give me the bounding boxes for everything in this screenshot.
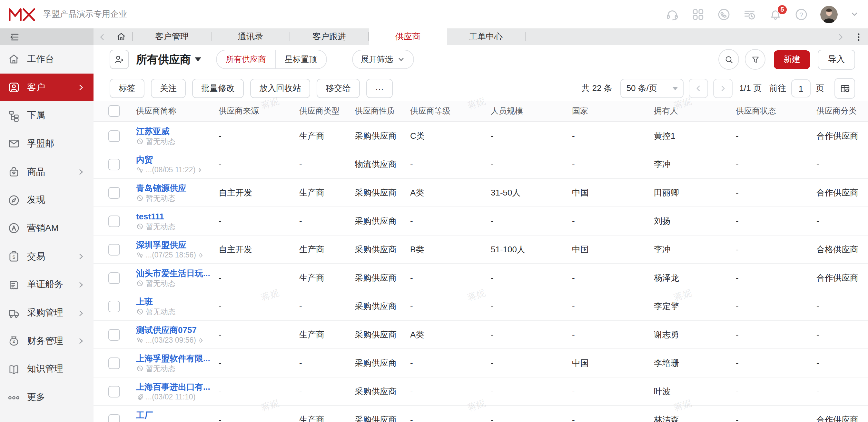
supplier-name-link[interactable]: 工厂 [136,410,215,420]
tabs-more-icon[interactable] [849,28,868,45]
table-row[interactable]: 工厂 暂无动态 - 生产商 采购供应商 - - - 林洁森 - 合作供应商 20 [94,406,868,422]
support-headset-icon[interactable] [665,7,679,21]
column-header-status[interactable]: 供应商状态 [736,106,816,117]
sidebar-item[interactable]: 下属 [0,102,94,130]
sidebar-item[interactable]: 商品 [0,158,94,186]
sidebar-item[interactable]: 更多 [0,384,94,412]
sidebar-item[interactable]: 知识管理 [0,355,94,383]
column-header-source[interactable]: 供应商来源 [219,106,299,117]
action-button[interactable]: 放入回收站 [250,79,310,98]
prev-page-button[interactable] [689,79,708,98]
action-button[interactable]: 移交给 [317,79,360,98]
cell-country: - [572,216,654,226]
column-header-owner[interactable]: 拥有人 [654,106,736,117]
row-checkbox[interactable] [108,357,120,369]
search-icon[interactable] [718,49,739,70]
apps-grid-icon[interactable] [691,7,705,21]
sidebar-item[interactable]: 工作台 [0,45,94,73]
svg-text:$: $ [12,254,16,260]
supplier-name-link[interactable]: test111 [136,211,215,221]
table-row[interactable]: 内贸 ...(08/05 11:22) - - 物流供应商 - - - 李冲 -… [94,150,868,179]
supplier-name-link[interactable]: 上海百事进出口有... [136,382,215,391]
sidebar-item[interactable]: 孚盟邮 [0,130,94,158]
table-row[interactable]: test111 暂无动态 - - 采购供应商 - - - 刘扬 - - 20 [94,207,868,236]
user-menu-caret-icon[interactable] [850,10,859,19]
next-page-button[interactable] [714,79,733,98]
row-checkbox[interactable] [108,187,120,199]
column-settings-icon[interactable] [834,78,855,99]
sidebar-item[interactable]: 发现 [0,186,94,214]
table-row[interactable]: 江苏亚威 暂无动态 - 生产商 采购供应商 C类 - - 黄控1 - 合作供应商… [94,122,868,150]
goto-page-input[interactable] [791,79,811,97]
row-checkbox[interactable] [108,244,120,255]
tab-item[interactable]: 通讯录 [212,28,289,45]
tab-item[interactable]: 客户跟进 [290,28,368,45]
row-checkbox[interactable] [108,272,120,283]
chevron-right-icon [78,169,85,176]
cell-owner: 叶波 [654,386,736,397]
sidebar-item[interactable]: $交易 [0,243,94,271]
supplier-name-link[interactable]: 青岛锦源供应 [136,183,215,192]
supplier-name-link[interactable]: 汕头市爱生活日玩... [136,268,215,278]
column-header-nature[interactable]: 供应商性质 [355,106,410,117]
supplier-name-link[interactable]: 测试供应商0757 [136,325,215,335]
history-icon[interactable] [743,7,756,21]
home-tab[interactable] [110,28,132,45]
supplier-name-link[interactable]: 内贸 [136,154,215,164]
row-checkbox[interactable] [108,386,120,397]
collapse-sidebar-icon[interactable] [9,31,20,42]
action-button[interactable]: 批量修改 [192,79,244,98]
sidebar-item[interactable]: 单证船务 [0,271,94,299]
table-row[interactable]: 测试供应商0757 ...(03/23 09:56) - 生产商 采购供应商 A… [94,321,868,349]
sidebar-item[interactable]: 采购管理 [0,299,94,327]
view-switch-icon[interactable] [110,50,129,69]
tab-item[interactable]: 供应商 [369,28,447,45]
filter-funnel-icon[interactable] [745,49,766,70]
user-avatar[interactable] [820,5,838,23]
select-all-checkbox[interactable] [108,105,120,117]
table-row[interactable]: 上班 暂无动态 - - 采购供应商 - - - 李定擎 - - 20 [94,292,868,321]
call-icon[interactable] [717,7,731,21]
cell-nature: 采购供应商 [355,329,410,340]
column-header-grade[interactable]: 供应商等级 [410,106,491,117]
action-button[interactable]: 关注 [151,79,186,98]
table-row[interactable]: 汕头市爱生活日玩... 暂无动态 - 生产商 采购供应商 - - - 杨泽龙 -… [94,264,868,292]
table-row[interactable]: 上海孚盟软件有限... 暂无动态 - - 采购供应商 - - 中国 李培珊 - … [94,349,868,378]
column-header-category[interactable]: 供应商分类 [816,106,868,117]
row-checkbox[interactable] [108,130,120,142]
tabs-scroll-left-icon[interactable] [94,28,110,45]
sidebar-item[interactable]: ¥财务管理 [0,327,94,355]
action-button[interactable]: ··· [366,79,393,98]
action-button[interactable]: 标签 [110,79,145,98]
page-size-select[interactable]: 50 条/页 [621,79,684,98]
table-row[interactable]: 深圳孚盟供应 ...(07/25 18:56) 自主开发 生产商 采购供应商 B… [94,236,868,264]
supplier-name-link[interactable]: 上海孚盟软件有限... [136,353,215,363]
table-row[interactable]: 青岛锦源供应 暂无动态 自主开发 生产商 采购供应商 A类 31-50人 中国 … [94,179,868,207]
view-title[interactable]: 所有供应商 [136,52,201,67]
table-row[interactable]: 上海百事进出口有... ...(03/02 11:10) - - 采购供应商 -… [94,378,868,406]
row-checkbox[interactable] [108,300,120,312]
supplier-name-link[interactable]: 上班 [136,297,215,306]
row-checkbox[interactable] [108,414,120,422]
supplier-name-link[interactable]: 深圳孚盟供应 [136,240,215,249]
column-header-name[interactable]: 供应商简称 [136,106,219,117]
tabs-scroll-right-icon[interactable] [832,28,849,45]
expand-filter-button[interactable]: 展开筛选 [352,50,414,69]
tab-item[interactable]: 工单中心 [447,28,525,45]
row-checkbox[interactable] [108,158,120,170]
segment-starred[interactable]: 星标置顶 [276,50,326,68]
supplier-name-link[interactable]: 江苏亚威 [136,126,215,136]
help-icon[interactable]: ? [795,7,808,21]
column-header-scale[interactable]: 人员规模 [491,106,572,117]
column-header-country[interactable]: 国家 [572,106,654,117]
notifications-icon[interactable]: 5 [769,7,782,21]
new-button[interactable]: 新建 [774,50,810,69]
row-checkbox[interactable] [108,215,120,227]
column-header-type[interactable]: 供应商类型 [299,106,355,117]
segment-all-suppliers[interactable]: 所有供应商 [217,50,275,68]
sidebar-item[interactable]: 客户 [0,73,94,101]
row-checkbox[interactable] [108,329,120,340]
sidebar-item[interactable]: 营销AM [0,214,94,242]
import-button[interactable]: 导入 [818,49,855,69]
tab-item[interactable]: 客户管理 [133,28,211,45]
